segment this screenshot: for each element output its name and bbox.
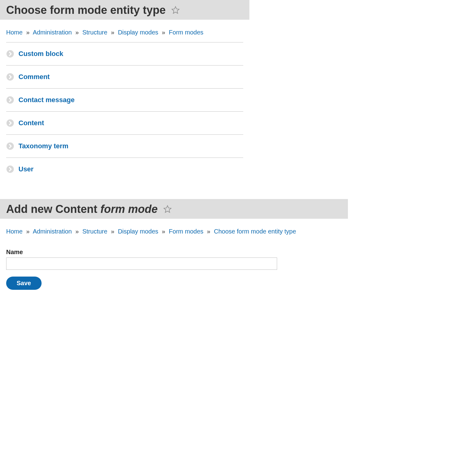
page-title-bar: Add new Content form mode (0, 199, 348, 219)
page-title: Choose form mode entity type (6, 4, 166, 17)
breadcrumb-link-administration[interactable]: Administration (33, 29, 72, 36)
entity-type-item-content[interactable]: Content (6, 111, 243, 134)
entity-type-link[interactable]: Content (18, 119, 44, 127)
svg-marker-0 (172, 6, 179, 13)
entity-type-list: Custom block Comment Contact message Con… (0, 42, 249, 181)
name-field[interactable] (6, 257, 277, 270)
svg-marker-7 (164, 206, 171, 212)
breadcrumb-separator: » (160, 29, 167, 36)
entity-type-item-taxonomy-term[interactable]: Taxonomy term (6, 134, 243, 158)
entity-type-link[interactable]: Taxonomy term (18, 142, 68, 150)
breadcrumb-separator: » (205, 228, 212, 235)
breadcrumb-link-administration[interactable]: Administration (33, 228, 72, 235)
chevron-right-icon (6, 142, 14, 150)
breadcrumb-link-structure[interactable]: Structure (82, 228, 107, 235)
chevron-right-icon (6, 73, 14, 81)
chevron-right-icon (6, 165, 14, 173)
save-button[interactable]: Save (6, 277, 42, 290)
breadcrumb-link-home[interactable]: Home (6, 228, 22, 235)
star-outline-icon[interactable] (163, 205, 172, 214)
breadcrumb: Home » Administration » Structure » Disp… (0, 20, 249, 42)
entity-type-link[interactable]: Comment (18, 73, 50, 81)
entity-type-item-comment[interactable]: Comment (6, 65, 243, 88)
breadcrumb-link-display-modes[interactable]: Display modes (118, 29, 158, 36)
entity-type-item-user[interactable]: User (6, 158, 243, 181)
page-title-prefix: Add new Content (6, 203, 100, 215)
page-title: Add new Content form mode (6, 203, 158, 216)
entity-type-item-custom-block[interactable]: Custom block (6, 42, 243, 65)
chevron-right-icon (6, 50, 14, 58)
add-form-mode-section: Add new Content form mode Home » Adminis… (0, 199, 476, 290)
breadcrumb-separator: » (74, 228, 81, 235)
name-label: Name (6, 249, 470, 256)
breadcrumb-separator: » (109, 228, 116, 235)
entity-type-link[interactable]: User (18, 165, 34, 173)
svg-point-3 (6, 96, 14, 104)
page-title-bar: Choose form mode entity type (0, 0, 249, 20)
breadcrumb-link-form-modes[interactable]: Form modes (169, 228, 203, 235)
page-title-italic: form mode (100, 203, 158, 215)
svg-point-4 (6, 119, 14, 127)
chevron-right-icon (6, 119, 14, 127)
breadcrumb-link-form-modes[interactable]: Form modes (169, 29, 203, 36)
form-mode-form: Name Save (0, 249, 476, 290)
breadcrumb-link-structure[interactable]: Structure (82, 29, 107, 36)
breadcrumb-separator: » (24, 228, 31, 235)
breadcrumb-separator: » (24, 29, 31, 36)
chevron-right-icon (6, 96, 14, 104)
choose-entity-type-section: Choose form mode entity type Home » Admi… (0, 0, 476, 181)
star-outline-icon[interactable] (171, 6, 180, 14)
svg-point-6 (6, 166, 14, 173)
entity-type-link[interactable]: Custom block (18, 50, 63, 58)
entity-type-item-contact-message[interactable]: Contact message (6, 88, 243, 111)
breadcrumb-separator: » (109, 29, 116, 36)
svg-point-2 (6, 73, 14, 81)
breadcrumb-link-display-modes[interactable]: Display modes (118, 228, 158, 235)
breadcrumb-separator: » (74, 29, 81, 36)
breadcrumb-separator: » (160, 228, 167, 235)
svg-point-5 (6, 142, 14, 150)
breadcrumb-link-home[interactable]: Home (6, 29, 22, 36)
svg-point-1 (6, 50, 14, 58)
breadcrumb: Home » Administration » Structure » Disp… (0, 219, 476, 241)
breadcrumb-link-choose-entity-type[interactable]: Choose form mode entity type (214, 228, 296, 235)
entity-type-link[interactable]: Contact message (18, 96, 75, 104)
